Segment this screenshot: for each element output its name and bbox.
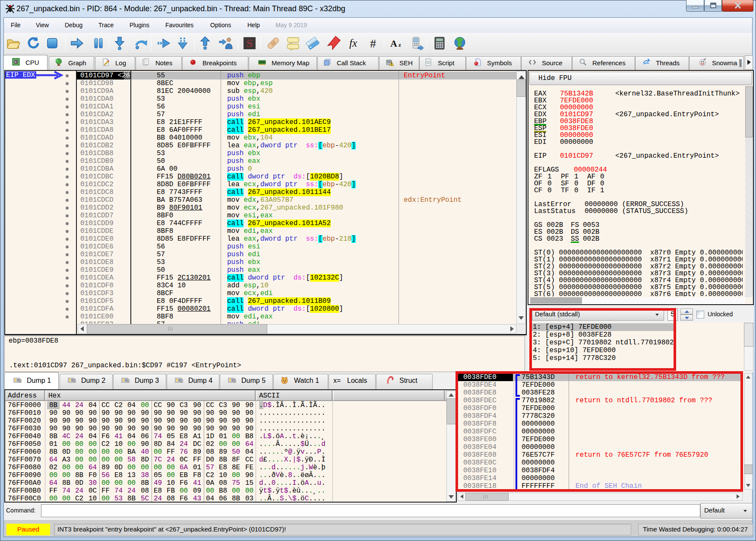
svg-text:S: S bbox=[247, 37, 253, 50]
svg-text:A: A bbox=[390, 38, 397, 49]
svg-text:z: z bbox=[399, 41, 401, 48]
svg-text:#: # bbox=[370, 37, 376, 50]
svg-text:fx: fx bbox=[349, 37, 357, 49]
